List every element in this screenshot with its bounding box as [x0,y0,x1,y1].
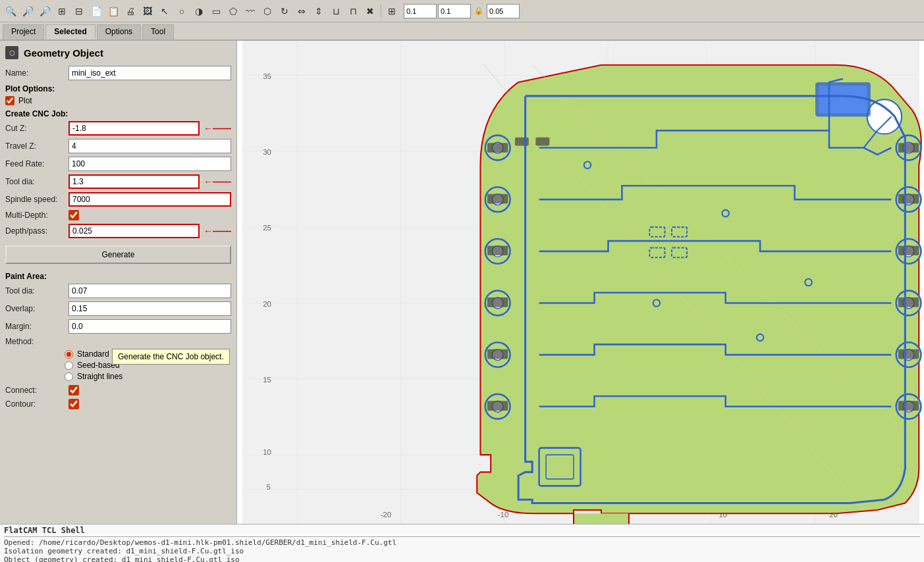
tabbar: Project Selected Options Tool [0,22,924,41]
depth-pass-arrow: ←—— [204,226,231,236]
toolbar: 🔍 🔎 🔎 ⊞ ⊟ 📄 📋 🖨 🖼 ↖ ○ ◑ ▭ ⬠ 〰 ⬡ ↻ ⇔ ⇕ ⊔ … [0,0,924,22]
method-seed-radio[interactable] [65,361,73,370]
svg-rect-41 [898,194,919,204]
svg-rect-57 [819,86,867,113]
shell-line-1: Opened: /home/ricardo/Desktop/wemos-d1-m… [4,538,920,547]
copy-btn[interactable]: 📋 [105,3,121,19]
method-straight-label: Straight lines [77,372,122,381]
connect-checkbox[interactable] [68,385,79,396]
travel-z-input[interactable]: 4 [68,139,231,153]
generate-button[interactable]: Generate [5,245,231,264]
name-label: Name: [5,68,65,78]
svg-rect-54 [515,138,529,146]
sep1 [381,5,381,18]
method-row: Method: [5,337,231,346]
margin-input[interactable]: 0.0 [68,319,231,334]
toolbar-input-1[interactable]: 0.1 [404,4,437,18]
cut-z-row: Cut Z: -1.8 ←—— [5,121,231,136]
create-cnc-label: Create CNC Job: [5,109,231,118]
overlap-row: Overlap: 0.15 [5,301,231,316]
zoom-out-btn[interactable]: 🔎 [20,3,36,19]
tool-dia-row: Tool dia: 1.3 ←—— [5,174,231,189]
pcb-board[interactable] [477,65,921,524]
axis-label-35: 35 [263,72,271,80]
select-btn[interactable]: ↖ [157,3,173,19]
arc-btn[interactable]: ◑ [191,3,207,19]
tool-dia-input[interactable]: 1.3 [68,174,200,189]
spindle-speed-row: Spindle speed: 7000 [5,192,231,207]
svg-rect-53 [898,401,919,411]
method-straight-radio[interactable] [65,372,73,381]
svg-rect-32 [487,349,508,359]
toolbar-input-2[interactable]: 0.1 [438,4,471,18]
multi-depth-checkbox[interactable] [68,210,79,220]
axis-label-5: 5 [266,483,270,491]
poly-btn[interactable]: ⬠ [225,3,241,19]
flip-v-btn[interactable]: ⇕ [311,3,327,19]
name-input[interactable]: mini_iso_ext [68,66,231,80]
method-standard-label: Standard [77,349,109,359]
transform-btn[interactable]: ⬡ [259,3,275,19]
tool-dia-label: Tool dia: [5,177,65,186]
cut-z-input[interactable]: -1.8 [68,121,200,136]
contour-checkbox[interactable] [68,399,79,409]
path-btn[interactable]: 〰 [242,3,258,19]
main-area: ⬡ Geometry Object Name: mini_iso_ext Plo… [0,41,924,524]
overlap-input[interactable]: 0.15 [68,301,231,316]
grid-btn[interactable]: ⊞ [54,3,70,19]
union-btn[interactable]: ⊔ [328,3,344,19]
plot-label: Plot [18,96,32,105]
svg-rect-20 [487,143,508,153]
toolbar-input-3[interactable]: 0.05 [487,4,520,18]
paint-tool-dia-label: Tool dia: [5,286,65,295]
margin-label: Margin: [5,322,65,331]
zoom-fit-btn[interactable]: 🔍 [3,3,18,19]
tab-options[interactable]: Options [97,24,141,39]
left-panel: ⬡ Geometry Object Name: mini_iso_ext Plo… [0,41,237,524]
svg-rect-55 [535,138,549,146]
snap-btn[interactable]: ⊟ [71,3,87,19]
toolbar-input-group: 0.1 0.1 🔒 0.05 [404,4,520,18]
flip-h-btn[interactable]: ⇔ [294,3,310,19]
method-standard-radio[interactable] [65,350,73,359]
table-btn[interactable]: ⊞ [384,3,400,19]
subtract-btn[interactable]: ✖ [362,3,378,19]
axis-label-neg10: -10 [498,511,509,519]
axis-label-25: 25 [263,224,271,232]
rect-btn[interactable]: ▭ [208,3,224,19]
contour-row: Contour: [5,399,231,409]
feed-rate-row: Feed Rate: 100 [5,157,231,171]
tab-selected[interactable]: Selected [45,24,95,39]
image-btn[interactable]: 🖼 [140,3,155,19]
shell-title: FlatCAM TCL Shell [4,526,920,537]
pcb-view[interactable]: 35 30 25 20 15 10 5 -20 -10 0 10 20 [237,41,924,524]
rotate-btn[interactable]: ↻ [277,3,292,19]
shell-line-2: Isolation geometry created: d1_mini_shie… [4,547,920,555]
tab-project[interactable]: Project [3,24,44,39]
canvas-area[interactable]: 35 30 25 20 15 10 5 -20 -10 0 10 20 [237,41,924,524]
new-btn[interactable]: 📄 [88,3,104,19]
axis-label-neg20: -20 [380,511,391,519]
multi-depth-row: Multi-Depth: [5,210,231,220]
panel-heading: Geometry Object [24,47,103,59]
spindle-speed-input[interactable]: 7000 [68,192,231,207]
connect-row: Connect: [5,385,231,396]
plot-options-label: Plot Options: [5,84,231,93]
print-btn[interactable]: 🖨 [122,3,138,19]
lock-btn[interactable]: 🔒 [472,5,485,18]
cut-z-label: Cut Z: [5,124,65,133]
tool-dia-arrow: ←—— [204,176,231,187]
multi-depth-label: Multi-Depth: [5,211,65,220]
tab-tool[interactable]: Tool [142,24,174,39]
feed-rate-input[interactable]: 100 [68,157,231,171]
statusbar: FlatCAM TCL Shell Opened: /home/ricardo/… [0,524,924,562]
intersect-btn[interactable]: ⊓ [345,3,361,19]
depth-pass-input[interactable]: 0.025 [68,224,200,238]
paint-tool-dia-input[interactable]: 0.07 [68,284,231,298]
circle-btn[interactable]: ○ [174,3,190,19]
depth-pass-row: Depth/pass: 0.025 ←—— [5,224,231,238]
plot-row: Plot [5,96,231,105]
zoom-in-btn[interactable]: 🔎 [37,3,53,19]
svg-rect-35 [487,401,508,411]
plot-checkbox[interactable] [5,96,14,105]
